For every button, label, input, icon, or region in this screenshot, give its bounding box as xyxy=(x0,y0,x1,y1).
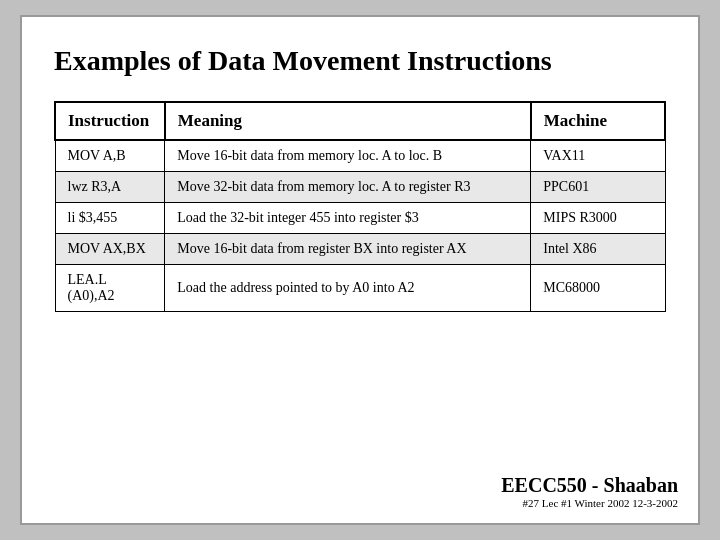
table-row: li $3,455Load the 32-bit integer 455 int… xyxy=(55,203,665,234)
table-row: MOV A,BMove 16-bit data from memory loc.… xyxy=(55,140,665,172)
footer: EECC550 - Shaaban #27 Lec #1 Winter 2002… xyxy=(501,474,678,509)
cell-machine: PPC601 xyxy=(531,172,665,203)
cell-meaning: Move 16-bit data from register BX into r… xyxy=(165,234,531,265)
table-row: lwz R3,AMove 32-bit data from memory loc… xyxy=(55,172,665,203)
header-machine: Machine xyxy=(531,102,665,140)
slide: Examples of Data Movement Instructions I… xyxy=(20,15,700,525)
cell-instruction: lwz R3,A xyxy=(55,172,165,203)
table-row: LEA.L (A0),A2Load the address pointed to… xyxy=(55,265,665,312)
table-header-row: Instruction Meaning Machine xyxy=(55,102,665,140)
slide-title: Examples of Data Movement Instructions xyxy=(54,45,666,77)
cell-instruction: LEA.L (A0),A2 xyxy=(55,265,165,312)
cell-meaning: Move 32-bit data from memory loc. A to r… xyxy=(165,172,531,203)
footer-brand: EECC550 - Shaaban xyxy=(501,474,678,497)
cell-machine: MC68000 xyxy=(531,265,665,312)
cell-meaning: Move 16-bit data from memory loc. A to l… xyxy=(165,140,531,172)
cell-meaning: Load the 32-bit integer 455 into registe… xyxy=(165,203,531,234)
data-table: Instruction Meaning Machine MOV A,BMove … xyxy=(54,101,666,312)
cell-instruction: li $3,455 xyxy=(55,203,165,234)
cell-machine: MIPS R3000 xyxy=(531,203,665,234)
table-row: MOV AX,BXMove 16-bit data from register … xyxy=(55,234,665,265)
cell-machine: VAX11 xyxy=(531,140,665,172)
header-instruction: Instruction xyxy=(55,102,165,140)
header-meaning: Meaning xyxy=(165,102,531,140)
cell-meaning: Load the address pointed to by A0 into A… xyxy=(165,265,531,312)
cell-machine: Intel X86 xyxy=(531,234,665,265)
cell-instruction: MOV A,B xyxy=(55,140,165,172)
footer-sub: #27 Lec #1 Winter 2002 12-3-2002 xyxy=(501,497,678,509)
cell-instruction: MOV AX,BX xyxy=(55,234,165,265)
